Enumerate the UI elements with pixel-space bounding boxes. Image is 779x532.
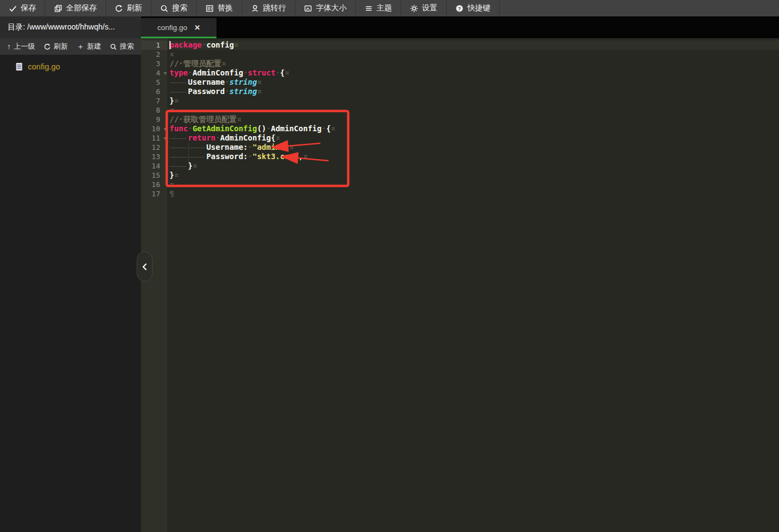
fold-arrow-icon[interactable]: ▼: [164, 69, 167, 78]
plus-icon: ＋: [77, 43, 84, 50]
settings-button[interactable]: 设置: [401, 0, 447, 16]
gutter-line-1: 1: [141, 40, 167, 50]
editor-code[interactable]: package·config¤¤//·管理员配置¤type·AdminConfi…: [167, 38, 779, 532]
code-line-11[interactable]: return·AdminConfig{¤: [167, 133, 779, 143]
gutter-line-4[interactable]: 4▼: [141, 68, 167, 78]
code-line-2[interactable]: ¤: [167, 50, 779, 59]
file-sidebar: ↑ 上一级 刷新 ＋ 新建 搜索 conf: [0, 38, 141, 532]
sidebar-refresh-button[interactable]: 刷新: [44, 42, 68, 51]
tab-bar: config.go ✕: [141, 16, 779, 38]
replace-label: 替换: [218, 3, 233, 13]
search-icon: [110, 43, 117, 50]
font-size-icon: [304, 4, 312, 13]
code-line-16[interactable]: ¤: [167, 180, 779, 189]
search-label: 搜索: [172, 3, 188, 13]
second-row: 目录: /www/wwwroot/hhwqh/s... config.go ✕: [0, 16, 779, 38]
refresh-icon: [44, 43, 51, 50]
code-line-6[interactable]: Password·string¤: [167, 87, 779, 96]
goto-line-label: 跳转行: [263, 3, 286, 13]
refresh-icon: [115, 4, 123, 13]
theme-button[interactable]: 主题: [356, 0, 401, 16]
code-line-1[interactable]: package·config¤: [167, 40, 779, 50]
directory-path: 目录: /www/wwwroot/hhwqh/s...: [8, 22, 115, 32]
gutter-line-15: 15: [141, 171, 167, 180]
main-area: ↑ 上一级 刷新 ＋ 新建 搜索 conf: [0, 38, 779, 532]
tab-config-go[interactable]: config.go ✕: [141, 18, 216, 38]
chevron-left-icon: [140, 262, 149, 272]
gutter-line-7: 7: [141, 96, 167, 106]
goto-line-button[interactable]: 跳转行: [242, 0, 295, 16]
save-button[interactable]: 保存: [0, 0, 45, 16]
gutter-line-8: 8: [141, 106, 167, 115]
font-size-label: 字体大小: [316, 3, 347, 13]
save-all-label: 全部保存: [66, 3, 97, 13]
code-line-13[interactable]: Password:·"skt3.com",¤: [167, 152, 779, 161]
goto-line-icon: [251, 4, 259, 13]
gutter-line-12: 12: [141, 143, 167, 152]
code-line-10[interactable]: func·GetAdminConfig()·AdminConfig·{¤: [167, 124, 779, 133]
sidebar-collapse-handle[interactable]: [137, 252, 153, 282]
code-line-3[interactable]: //·管理员配置¤: [167, 59, 779, 68]
refresh-label: 刷新: [127, 3, 142, 13]
theme-icon: [365, 4, 373, 13]
settings-label: 设置: [422, 3, 437, 13]
code-line-5[interactable]: Username·string¤: [167, 78, 779, 87]
code-line-15[interactable]: }¤: [167, 171, 779, 180]
gear-icon: [410, 4, 418, 13]
search-icon: [160, 4, 168, 13]
directory-bar: 目录: /www/wwwroot/hhwqh/s...: [0, 16, 141, 38]
sidebar-refresh-label: 刷新: [54, 42, 68, 51]
gutter-line-17: 17: [141, 189, 167, 198]
font-size-button[interactable]: 字体大小: [295, 0, 356, 16]
gutter-line-9: 9: [141, 115, 167, 124]
shortcuts-label: 快捷键: [467, 3, 490, 13]
file-name: config.go: [28, 62, 60, 71]
shortcuts-button[interactable]: ? 快捷键: [447, 0, 500, 16]
sidebar-actions: ↑ 上一级 刷新 ＋ 新建 搜索: [0, 38, 141, 55]
gutter-line-16: 16: [141, 180, 167, 189]
replace-button[interactable]: 替换: [197, 0, 242, 16]
tab-close-icon[interactable]: ✕: [194, 24, 200, 32]
new-file-label: 新建: [87, 42, 101, 51]
gutter-line-10[interactable]: 10▼: [141, 124, 167, 133]
code-editor-app: 保存 全部保存 刷新 搜索 替换 跳转行 字体大小 主题: [0, 0, 779, 532]
save-all-icon: [54, 4, 62, 13]
code-line-14[interactable]: }¤: [167, 161, 779, 171]
file-document-icon: [15, 62, 23, 71]
toolbar: 保存 全部保存 刷新 搜索 替换 跳转行 字体大小 主题: [0, 0, 779, 16]
up-level-button[interactable]: ↑ 上一级: [7, 42, 35, 51]
editor-gutter: 1234▼5678910▼11▼121314151617: [141, 38, 167, 532]
code-line-12[interactable]: Username:·"admin",¤: [167, 143, 779, 152]
refresh-button[interactable]: 刷新: [106, 0, 151, 16]
code-editor[interactable]: 1234▼5678910▼11▼121314151617 package·con…: [141, 38, 779, 532]
gutter-line-11[interactable]: 11▼: [141, 133, 167, 143]
fold-arrow-icon[interactable]: ▼: [164, 125, 167, 134]
svg-text:?: ?: [458, 5, 461, 11]
code-line-4[interactable]: type·AdminConfig·struct·{¤: [167, 68, 779, 78]
replace-icon: [206, 4, 214, 13]
code-line-7[interactable]: }¤: [167, 96, 779, 106]
file-list: config.go: [0, 55, 141, 532]
gutter-line-3: 3: [141, 59, 167, 68]
save-label: 保存: [21, 3, 36, 13]
search-button[interactable]: 搜索: [151, 0, 197, 16]
up-level-label: 上一级: [14, 42, 35, 51]
new-file-button[interactable]: ＋ 新建: [77, 42, 101, 51]
gutter-line-6: 6: [141, 87, 167, 96]
up-icon: ↑: [7, 43, 11, 50]
gutter-line-5: 5: [141, 78, 167, 87]
file-item-config-go[interactable]: config.go: [0, 60, 141, 74]
help-icon: ?: [455, 4, 464, 13]
save-all-button[interactable]: 全部保存: [45, 0, 106, 16]
sidebar-search-button[interactable]: 搜索: [110, 42, 134, 51]
tab-label: config.go: [157, 24, 188, 32]
toolbar-filler: [500, 0, 779, 16]
check-icon: [9, 4, 17, 13]
gutter-line-13: 13: [141, 152, 167, 161]
code-line-17[interactable]: ¶: [167, 189, 779, 198]
code-line-8[interactable]: ¤: [167, 106, 779, 115]
fold-arrow-icon[interactable]: ▼: [164, 134, 167, 143]
sidebar-search-label: 搜索: [120, 42, 134, 51]
gutter-line-14: 14: [141, 161, 167, 171]
code-line-9[interactable]: //·获取管理员配置¤: [167, 115, 779, 124]
